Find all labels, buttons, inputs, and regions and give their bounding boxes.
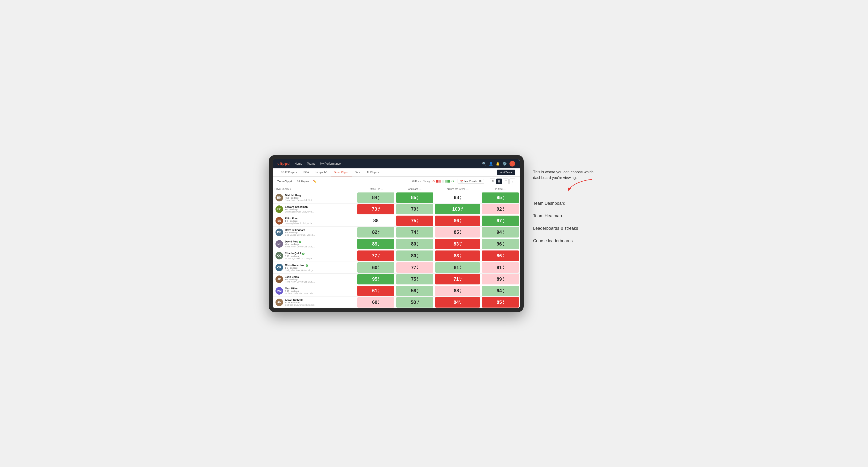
nav-link-performance[interactable]: My Performance — [320, 162, 341, 165]
score-box: 80 3 ▲ — [396, 239, 433, 249]
player-avatar: CR — [276, 264, 283, 271]
score-change: 8 ▲ — [378, 277, 380, 282]
player-info: David Ford✓ Plus Handicap Royal North De… — [285, 240, 316, 248]
score-change: 1 ▲ — [502, 230, 504, 235]
score-change: 2 ▼ — [460, 288, 461, 293]
download-button[interactable]: ↓ — [509, 179, 515, 184]
player-cell[interactable]: MM Matt Miller 6-10 Handicap Woburn Golf… — [273, 285, 356, 297]
player-handicap: 11-15 Handicap — [285, 302, 315, 304]
score-box: 83 10 ▼ — [435, 239, 480, 249]
score-cell-approach: 80 3 ▲ — [395, 238, 434, 250]
score-number: 91 — [497, 265, 502, 270]
tab-pga[interactable]: PGA — [300, 168, 312, 177]
score-change: 8 ▲ — [417, 195, 418, 200]
score-number: 95 — [372, 276, 377, 282]
score-box: 92 3 ▼ — [482, 204, 519, 214]
player-cell[interactable]: EE Elliot Ebert 1-5 Handicap Sunningdale… — [273, 215, 356, 226]
score-cell-approach: 77 3 ▼ — [395, 261, 434, 273]
score-cell-putting: 94 3 ▲ — [481, 285, 520, 297]
annotation-leaderboards: Leaderboards & streaks — [533, 222, 599, 235]
player-cell[interactable]: CR Chris Robertson✓ 1-5 Handicap Craigmi… — [273, 261, 356, 273]
score-box: 89 2 ▼ — [482, 274, 519, 284]
score-cell-approach: 74 1 ▲ — [395, 226, 434, 238]
player-info: Edward Crossman 1-5 Handicap Sunningdale… — [285, 206, 316, 213]
player-cell[interactable]: JC Josh Coles 1-5 Handicap Royal North D… — [273, 273, 356, 285]
header-player[interactable]: Player Quality ↓ — [273, 186, 356, 192]
score-change: 2 ▲ — [417, 277, 418, 282]
tab-tour[interactable]: Tour — [352, 168, 363, 177]
tab-all-players[interactable]: All Players — [364, 168, 382, 177]
score-change: 6 ▲ — [378, 195, 380, 200]
last-rounds-button[interactable]: 📅 Last Rounds: 20 — [458, 179, 484, 184]
score-change: 9 ▲ — [502, 195, 504, 200]
player-avatar: JC — [276, 276, 283, 283]
tablet-device: clippd Home Teams My Performance 🔍 👤 🔔 ⚙… — [269, 155, 524, 312]
score-cell-around: 81 4 ▲ — [434, 261, 481, 273]
player-cell[interactable]: DB Dave Billingham 1-5 Handicap Gog Mago… — [273, 226, 356, 238]
player-cell[interactable]: CQ Charlie Quick✓ 6-10 Handicap St. Geor… — [273, 250, 356, 261]
score-change: 2 ▼ — [502, 277, 504, 282]
score-change: 3 ▲ — [502, 242, 504, 246]
settings-icon[interactable]: ⚙️ — [503, 162, 507, 165]
heatmap-view-button[interactable]: ▦ — [496, 179, 502, 184]
score-change: 3 ▼ — [502, 265, 504, 270]
score-number: 60 — [372, 300, 377, 305]
score-cell-putting: 85 4 ▼ — [481, 297, 520, 308]
player-handicap: 1-5 Handicap — [285, 278, 316, 281]
score-change: 3 ▼ — [502, 207, 504, 212]
sub-nav: PGAT Players PGA Hcaps 1-5 Team Clippd T… — [273, 168, 520, 177]
score-box: 85 4 ▼ — [482, 297, 519, 308]
player-table: Player Quality ↓ Off the Tee — Approach … — [273, 186, 520, 308]
avatar[interactable]: U — [509, 161, 515, 166]
grid-view-button[interactable]: ⊞ — [490, 179, 495, 184]
player-avatar: MM — [276, 287, 283, 294]
score-box: 75 2 ▲ — [396, 274, 433, 284]
player-cell[interactable]: AN Aaron Nicholls 11-15 Handicap Drift G… — [273, 297, 356, 308]
score-box: 58 4 ▲ — [396, 286, 433, 296]
score-box: 95 8 ▲ — [357, 274, 394, 284]
player-info: Matt Miller 6-10 Handicap Woburn Golf Cl… — [285, 287, 316, 294]
score-number: 85 — [497, 300, 502, 305]
app-logo[interactable]: clippd — [277, 161, 290, 166]
tab-hcaps[interactable]: Hcaps 1-5 — [312, 168, 331, 177]
score-box: 71 11 ▼ — [435, 274, 480, 284]
player-cell[interactable]: DF David Ford✓ Plus Handicap Royal North… — [273, 238, 356, 250]
search-icon[interactable]: 🔍 — [482, 162, 486, 165]
annotation-team-dashboard: Team Dashboard — [533, 197, 599, 210]
add-team-button[interactable]: Add Team — [497, 169, 515, 175]
score-box: 96 3 ▲ — [482, 239, 519, 249]
header-off-tee[interactable]: Off the Tee — — [356, 186, 395, 192]
score-number: 92 — [497, 206, 502, 212]
player-info: Elliot Ebert 1-5 Handicap Sunningdale Go… — [285, 217, 316, 224]
score-number: 82 — [372, 229, 377, 235]
score-number: 97 — [497, 218, 502, 223]
score-number: 73 — [372, 206, 377, 212]
header-approach[interactable]: Approach — — [395, 186, 434, 192]
player-club: Craigmillar Park, United Kingdom — [285, 269, 316, 272]
nav-link-home[interactable]: Home — [294, 162, 302, 165]
score-cell-putting: 92 3 ▼ — [481, 203, 520, 215]
header-putting[interactable]: Putting — — [481, 186, 520, 192]
player-cell[interactable]: EC Edward Crossman 1-5 Handicap Sunningd… — [273, 203, 356, 215]
score-cell-off_tee: 89 7 ▲ — [356, 238, 395, 250]
score-number: 75 — [411, 218, 416, 223]
nav-link-teams[interactable]: Teams — [307, 162, 315, 165]
tab-pgat[interactable]: PGAT Players — [277, 168, 300, 177]
edit-icon[interactable]: ✏️ — [313, 180, 316, 183]
tablet-screen: clippd Home Teams My Performance 🔍 👤 🔔 ⚙… — [273, 159, 520, 308]
player-name: Aaron Nicholls — [285, 299, 315, 302]
header-around-green[interactable]: Around the Green — — [434, 186, 481, 192]
bell-icon[interactable]: 🔔 — [496, 162, 500, 165]
score-number: 84 — [372, 195, 377, 200]
score-number: 80 — [411, 253, 416, 258]
player-cell[interactable]: BM Blair McHarg Plus Handicap Royal Nort… — [273, 192, 356, 203]
person-icon[interactable]: 👤 — [489, 162, 493, 165]
tab-team-clippd[interactable]: Team Clippd — [331, 168, 352, 177]
list-view-button[interactable]: ☰ — [503, 179, 508, 184]
score-cell-around: 83 10 ▼ — [434, 238, 481, 250]
score-change: 3 ▼ — [417, 218, 418, 223]
score-change: 21 ▲ — [459, 300, 462, 305]
player-info: Chris Robertson✓ 1-5 Handicap Craigmilla… — [285, 264, 316, 272]
score-cell-around: 71 11 ▼ — [434, 273, 481, 285]
score-cell-around: 88 2 ▼ — [434, 285, 481, 297]
